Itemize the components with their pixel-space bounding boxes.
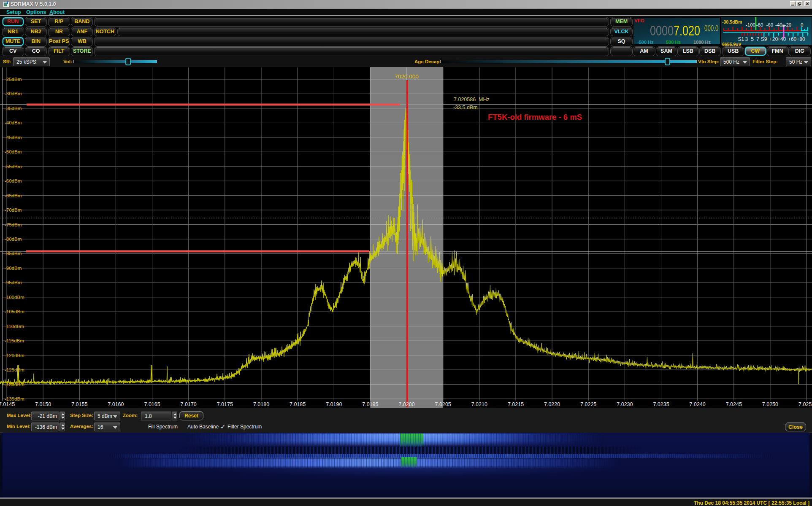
svg-text:S9: S9 [761, 36, 767, 42]
svg-text:7.0165: 7.0165 [144, 401, 160, 407]
svg-text:7.0210: 7.0210 [471, 401, 487, 407]
svg-text:7.0195: 7.0195 [362, 401, 378, 407]
svg-text:7.0200: 7.0200 [398, 401, 414, 407]
svg-text:7.020586 MHz: 7.020586 MHz [454, 97, 490, 102]
svg-text:-110dBm: -110dBm [5, 324, 24, 329]
svg-text:-50dBm: -50dBm [5, 149, 22, 154]
svg-text:FT5K-old firmware - 6 mS: FT5K-old firmware - 6 mS [488, 113, 582, 121]
svg-text:+80: +80 [796, 36, 805, 42]
svg-text:-75dBm: -75dBm [5, 222, 22, 227]
svg-text:7020.000: 7020.000 [395, 73, 418, 80]
svg-text:-33.5 dBm: -33.5 dBm [453, 105, 478, 110]
svg-text:-95dBm: -95dBm [5, 280, 22, 285]
svg-text:7.0250: 7.0250 [762, 401, 778, 407]
svg-text:7.0245: 7.0245 [726, 401, 742, 407]
svg-text:7.0220: 7.0220 [544, 401, 560, 407]
svg-text:-40: -40 [775, 22, 782, 27]
svg-text:S1: S1 [738, 36, 744, 42]
svg-text:-90dBm: -90dBm [5, 266, 22, 271]
svg-text:-85dBm: -85dBm [5, 251, 22, 256]
svg-text:-55dBm: -55dBm [5, 164, 22, 169]
svg-text:-115dBm: -115dBm [5, 338, 24, 343]
svg-text:7.0170: 7.0170 [181, 401, 197, 407]
svg-text:7: 7 [756, 36, 759, 42]
svg-text:7.0180: 7.0180 [253, 401, 269, 407]
svg-text:-135dBm: -135dBm [5, 396, 24, 401]
svg-text:3: 3 [745, 36, 748, 42]
svg-text:7.0190: 7.0190 [326, 401, 342, 407]
svg-text:7.0150: 7.0150 [35, 401, 51, 407]
svg-text:7.0215: 7.0215 [508, 401, 524, 407]
svg-text:-40dBm: -40dBm [5, 120, 22, 125]
svg-text:-30dBm: -30dBm [5, 91, 22, 96]
svg-text:-70dBm: -70dBm [5, 207, 22, 213]
svg-text:-130dBm: -130dBm [5, 382, 24, 387]
svg-text:7.0160: 7.0160 [108, 401, 124, 407]
svg-text:7.0255: 7.0255 [798, 401, 812, 407]
svg-text:-80dBm: -80dBm [5, 237, 22, 242]
svg-text:0: 0 [801, 22, 803, 27]
svg-text:-100dBm: -100dBm [5, 295, 24, 300]
svg-text:-25dBm: -25dBm [5, 77, 22, 82]
svg-text:-125dBm: -125dBm [5, 367, 24, 372]
svg-text:+20: +20 [769, 36, 778, 42]
svg-text:5: 5 [751, 36, 754, 42]
svg-text:7.0240: 7.0240 [690, 401, 706, 407]
svg-text:7.0145: 7.0145 [0, 401, 15, 407]
svg-text:+40: +40 [777, 36, 786, 42]
svg-text:+60: +60 [788, 36, 797, 42]
svg-text:7.0225: 7.0225 [580, 401, 596, 407]
svg-text:-105dBm: -105dBm [5, 309, 24, 314]
svg-text:-100: -100 [746, 22, 755, 27]
svg-text:-80: -80 [756, 22, 763, 27]
svg-text:-120dBm: -120dBm [5, 353, 24, 358]
svg-text:7.0205: 7.0205 [435, 401, 451, 407]
svg-text:-20: -20 [785, 22, 792, 27]
svg-text:7.0185: 7.0185 [290, 401, 306, 407]
svg-text:7.0235: 7.0235 [653, 401, 669, 407]
svg-text:7.0175: 7.0175 [217, 401, 233, 407]
svg-text:-65dBm: -65dBm [5, 193, 22, 198]
svg-text:-45dBm: -45dBm [5, 135, 22, 140]
svg-text:7.0230: 7.0230 [617, 401, 633, 407]
svg-text:7.0155: 7.0155 [71, 401, 87, 407]
svg-text:-60dBm: -60dBm [5, 178, 22, 183]
svg-text:-60: -60 [766, 22, 773, 27]
svg-text:-35dBm: -35dBm [5, 106, 22, 111]
